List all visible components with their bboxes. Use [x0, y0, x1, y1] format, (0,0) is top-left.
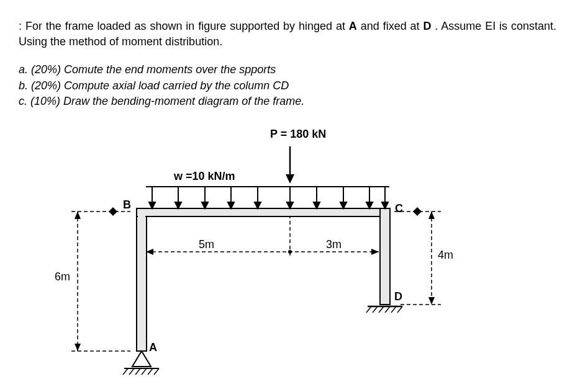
svg-marker-28: [228, 202, 234, 208]
svg-line-56: [391, 306, 396, 313]
svg-line-48: [142, 368, 147, 375]
node-a-label: A: [149, 341, 157, 354]
svg-rect-17: [380, 208, 390, 305]
svg-marker-8: [428, 212, 435, 219]
dim-3m: 3m: [326, 238, 342, 251]
svg-marker-26: [202, 202, 208, 208]
svg-rect-18: [138, 210, 145, 217]
svg-marker-4: [75, 344, 81, 351]
task-a: a. (20%) Comute the end moments over the…: [19, 62, 556, 78]
dist-load-label: w =10 kN/m: [174, 170, 235, 183]
svg-marker-36: [340, 202, 346, 208]
svg-rect-19: [381, 210, 389, 217]
svg-line-57: [397, 306, 402, 313]
svg-rect-15: [137, 208, 147, 351]
point-load-label: P = 180 kN: [270, 128, 326, 141]
svg-rect-16: [137, 208, 390, 216]
dim-6m: 6m: [55, 270, 70, 283]
svg-point-14: [288, 250, 292, 254]
svg-line-50: [154, 368, 159, 375]
node-d-label: D: [394, 290, 402, 303]
task-b: b. (20%) Compute axial load carried by t…: [19, 78, 556, 94]
svg-marker-42: [286, 174, 294, 184]
node-label-d: D: [423, 20, 431, 32]
frame-diagram: P = 180 kN w =10 kN/m B C A D 5m 3m 6m 4…: [43, 128, 478, 376]
node-label-a: A: [349, 20, 357, 32]
svg-marker-43: [132, 351, 151, 367]
svg-marker-24: [175, 202, 181, 208]
svg-line-52: [366, 306, 371, 313]
dim-5m: 5m: [199, 238, 214, 251]
svg-line-54: [379, 306, 384, 313]
svg-line-45: [123, 368, 128, 375]
problem-statement: : For the frame loaded as shown in figur…: [19, 19, 556, 50]
intro-text-2: and fixed at: [361, 20, 423, 32]
node-c-label: C: [395, 202, 403, 215]
intro-text-1: : For the frame loaded as shown in figur…: [19, 20, 349, 32]
svg-marker-59: [413, 207, 422, 216]
svg-marker-58: [109, 207, 117, 216]
svg-line-46: [129, 368, 134, 375]
node-b-label: B: [123, 198, 131, 212]
svg-marker-40: [382, 202, 388, 208]
svg-marker-38: [366, 202, 373, 208]
svg-marker-13: [371, 249, 379, 255]
svg-marker-32: [287, 202, 293, 208]
svg-marker-34: [314, 202, 320, 208]
svg-marker-22: [149, 202, 155, 208]
svg-line-53: [373, 306, 378, 313]
svg-line-47: [135, 368, 140, 375]
dim-4m: 4m: [438, 249, 453, 262]
svg-line-55: [385, 306, 390, 313]
svg-marker-30: [255, 202, 261, 208]
diagram-svg: [43, 128, 478, 376]
task-list: a. (20%) Comute the end moments over the…: [19, 62, 556, 109]
svg-line-49: [148, 368, 153, 375]
svg-marker-9: [428, 297, 435, 305]
svg-marker-3: [75, 212, 81, 219]
task-c: c. (10%) Draw the bending-moment diagram…: [19, 94, 556, 109]
